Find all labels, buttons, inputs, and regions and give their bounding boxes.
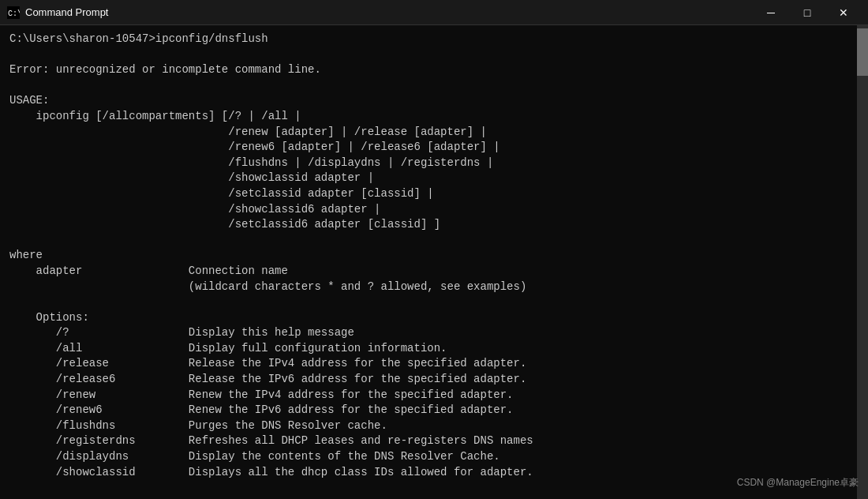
minimize-button[interactable]: ─ <box>753 0 789 25</box>
svg-text:C:\: C:\ <box>8 9 20 18</box>
terminal-output[interactable]: C:\Users\sharon-10547>ipconfig/dnsflush … <box>0 25 857 499</box>
scrollbar[interactable] <box>857 25 868 499</box>
titlebar: C:\ Command Prompt ─ □ ✕ <box>0 0 868 25</box>
content-area: C:\Users\sharon-10547>ipconfig/dnsflush … <box>0 25 868 499</box>
cmd-icon: C:\ <box>6 6 21 20</box>
window-title: Command Prompt <box>25 6 753 18</box>
cmd-window: C:\ Command Prompt ─ □ ✕ C:\Users\sharon… <box>0 0 868 499</box>
scrollbar-thumb[interactable] <box>857 28 868 76</box>
restore-button[interactable]: □ <box>789 0 825 25</box>
window-controls: ─ □ ✕ <box>753 0 862 25</box>
close-button[interactable]: ✕ <box>825 0 862 25</box>
